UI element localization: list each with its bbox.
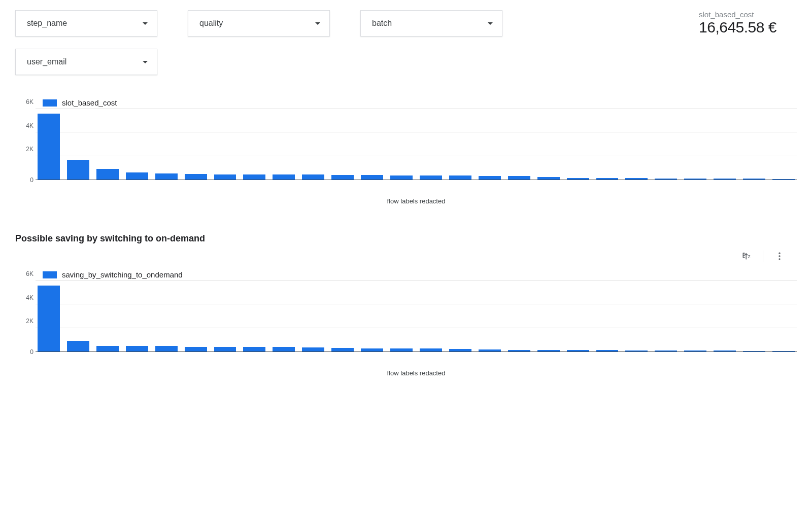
bar[interactable] <box>390 175 413 180</box>
chart1-y-axis: 0 2K 4K 6K <box>17 109 33 180</box>
y-tick: 2K <box>17 146 33 153</box>
bar[interactable] <box>214 174 236 180</box>
caret-down-icon <box>315 22 320 25</box>
chart1-x-caption: flow labels redacted <box>36 197 797 205</box>
svg-point-3 <box>779 258 780 260</box>
bar[interactable] <box>331 348 354 352</box>
bar[interactable] <box>684 179 706 180</box>
filter-user-email[interactable]: user_email <box>15 49 157 75</box>
bar[interactable] <box>625 178 648 180</box>
filter-batch-label: batch <box>372 19 392 28</box>
y-tick: 4K <box>17 294 33 301</box>
bar[interactable] <box>625 350 648 352</box>
filter-step-name[interactable]: step_name <box>15 10 157 37</box>
bar[interactable] <box>508 350 530 352</box>
svg-point-1 <box>779 253 780 254</box>
chart1-legend-label: slot_based_cost <box>62 98 117 107</box>
legend-swatch-icon <box>43 99 57 107</box>
filter-row-1: step_name quality batch <box>15 10 502 37</box>
toolbar-separator <box>763 251 763 262</box>
bar[interactable] <box>596 178 619 180</box>
filter-batch[interactable]: batch <box>360 10 502 37</box>
bar[interactable] <box>126 172 148 180</box>
bar[interactable] <box>537 350 560 352</box>
chart-saving-ondemand: saving_by_switching_to_ondemand 0 2K 4K … <box>15 270 797 377</box>
bar[interactable] <box>714 179 736 180</box>
bar[interactable] <box>185 174 207 180</box>
filter-row-2: user_email <box>15 49 797 75</box>
svg-text:Z: Z <box>748 254 751 259</box>
bar[interactable] <box>38 286 60 352</box>
chart-slot-based-cost: slot_based_cost 0 2K 4K 6K flow labels r… <box>15 98 797 205</box>
top-controls-row: step_name quality batch slot_based_cost … <box>15 10 797 37</box>
bar[interactable] <box>684 350 706 352</box>
bar[interactable] <box>243 347 265 352</box>
bar[interactable] <box>508 176 530 180</box>
bar[interactable] <box>596 350 619 352</box>
filter-user-email-label: user_email <box>27 57 66 66</box>
chart2-bars <box>36 281 797 352</box>
bar[interactable] <box>420 175 442 180</box>
more-vert-icon[interactable] <box>774 251 785 261</box>
scorecard-label: slot_based_cost <box>699 10 776 19</box>
bar[interactable] <box>772 351 795 352</box>
chart2-legend: saving_by_switching_to_ondemand <box>43 270 797 279</box>
bar[interactable] <box>67 341 89 352</box>
bar[interactable] <box>273 347 295 352</box>
bar[interactable] <box>185 347 207 352</box>
filter-quality-label: quality <box>199 19 223 28</box>
bar[interactable] <box>567 178 589 180</box>
bar[interactable] <box>390 348 413 352</box>
bar[interactable] <box>302 347 324 352</box>
filter-step-name-label: step_name <box>27 19 67 28</box>
legend-swatch-icon <box>43 271 57 278</box>
y-tick: 4K <box>17 122 33 129</box>
chart1-plot[interactable] <box>36 109 797 180</box>
bar[interactable] <box>243 174 265 180</box>
bar[interactable] <box>214 347 236 352</box>
bar[interactable] <box>155 346 178 352</box>
bar[interactable] <box>361 175 383 180</box>
bar[interactable] <box>38 114 60 180</box>
bar[interactable] <box>479 349 501 352</box>
bar[interactable] <box>567 350 589 352</box>
bar[interactable] <box>714 350 736 352</box>
scorecard-value: 16,645.58 € <box>699 19 776 36</box>
bar[interactable] <box>743 179 765 180</box>
bar[interactable] <box>772 179 795 180</box>
chart2-y-axis: 0 2K 4K 6K <box>17 281 33 352</box>
bar[interactable] <box>449 349 471 352</box>
bar[interactable] <box>655 179 677 180</box>
y-tick: 6K <box>17 270 33 277</box>
chart2-plot[interactable] <box>36 281 797 352</box>
y-tick: 0 <box>17 177 33 184</box>
bar[interactable] <box>361 348 383 352</box>
y-tick: 0 <box>17 348 33 356</box>
chart1-bars <box>36 109 797 180</box>
bar[interactable] <box>126 346 148 352</box>
caret-down-icon <box>488 22 493 25</box>
bar[interactable] <box>67 160 89 180</box>
bar[interactable] <box>420 348 442 352</box>
bar[interactable] <box>273 174 295 180</box>
chart2-x-caption: flow labels redacted <box>36 369 797 377</box>
chart1-plot-area: 0 2K 4K 6K <box>36 109 797 180</box>
bar[interactable] <box>331 175 354 180</box>
bar[interactable] <box>655 350 677 352</box>
bar[interactable] <box>96 346 119 352</box>
y-tick: 6K <box>17 98 33 106</box>
bar[interactable] <box>537 177 560 180</box>
bar[interactable] <box>155 173 178 180</box>
scorecard-slot-based-cost: slot_based_cost 16,645.58 € <box>699 10 797 36</box>
svg-point-2 <box>779 255 780 257</box>
sort-az-icon[interactable]: Z <box>741 251 752 261</box>
chart2-legend-label: saving_by_switching_to_ondemand <box>62 270 183 279</box>
bar[interactable] <box>96 169 119 180</box>
bar[interactable] <box>449 175 471 180</box>
chart2-toolbar: Z <box>15 247 797 265</box>
chart1-legend: slot_based_cost <box>43 98 797 107</box>
bar[interactable] <box>479 176 501 180</box>
bar[interactable] <box>743 351 765 352</box>
filter-quality[interactable]: quality <box>188 10 330 37</box>
bar[interactable] <box>302 174 324 180</box>
